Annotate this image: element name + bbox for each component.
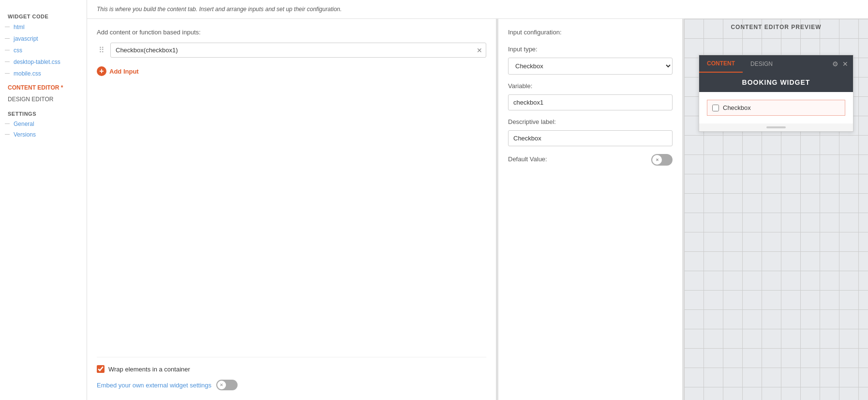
widget-footer: [699, 123, 853, 131]
input-field-wrapper: ✕: [110, 43, 486, 58]
sidebar-item-mobile-css[interactable]: mobile.css: [0, 68, 87, 79]
widget-footer-bar: [766, 126, 786, 128]
widget-code-title: WIDGET CODE: [0, 10, 87, 21]
wrap-container-checkbox[interactable]: [97, 365, 105, 373]
widget-checkbox-row: Checkbox: [707, 100, 845, 116]
bottom-options: Wrap elements in a container Embed your …: [97, 357, 486, 390]
sidebar-item-versions[interactable]: Versions: [0, 129, 87, 140]
widget-checkbox-input[interactable]: [712, 105, 719, 111]
sidebar-item-javascript[interactable]: javascript: [0, 33, 87, 45]
main-body: Add content or function based inputs: ⠿ …: [87, 19, 868, 400]
add-input-label: Add Input: [109, 68, 139, 75]
sidebar-item-html[interactable]: html: [0, 21, 87, 33]
variable-label: Variable:: [508, 82, 673, 90]
descriptive-label-label: Descriptive label:: [508, 118, 673, 125]
main-area: This is where you build the content tab.…: [87, 0, 868, 400]
checkbox-input-field[interactable]: [110, 43, 486, 58]
embed-label: Embed your own external widget settings: [97, 382, 211, 389]
input-config-label: Input configuration:: [508, 29, 673, 36]
wrap-container-label: Wrap elements in a container: [108, 366, 190, 373]
widget-title-bar: BOOKING WIDGET: [699, 73, 853, 92]
widget-tab-content[interactable]: CONTENT: [699, 55, 743, 73]
knob-x-icon: ✕: [656, 158, 659, 162]
variable-input[interactable]: [508, 94, 673, 110]
widget-tab-design[interactable]: DESIGN: [743, 56, 780, 72]
input-type-label: Input type:: [508, 46, 673, 53]
descriptive-label-section: Descriptive label:: [508, 118, 673, 146]
widget-settings-icon[interactable]: ⚙: [832, 60, 838, 68]
sidebar-item-desktop-tablet-css[interactable]: desktop-tablet.css: [0, 56, 87, 68]
default-value-toggle[interactable]: ✕: [651, 154, 673, 166]
variable-section: Variable:: [508, 82, 673, 110]
widget-close-icon[interactable]: ✕: [842, 60, 848, 68]
input-type-section: Input type: Checkbox Text Number Select …: [508, 46, 673, 75]
wrap-container-row: Wrap elements in a container: [97, 365, 486, 373]
add-inputs-label: Add content or function based inputs:: [97, 29, 486, 36]
content-editor-link[interactable]: CONTENT EDITOR *: [0, 79, 87, 93]
right-panel: Input configuration: Input type: Checkbo…: [498, 19, 682, 400]
sidebar: WIDGET CODE html javascript css desktop-…: [0, 0, 87, 400]
input-close-button[interactable]: ✕: [477, 46, 482, 54]
design-editor-link[interactable]: DESIGN EDITOR: [0, 93, 87, 105]
default-value-label: Default Value:: [508, 155, 547, 163]
input-type-select[interactable]: Checkbox Text Number Select Textarea: [508, 58, 673, 75]
preview-title: CONTENT EDITOR PREVIEW: [684, 19, 868, 35]
embed-toggle[interactable]: [216, 380, 238, 390]
widget-checkbox-label: Checkbox: [723, 104, 751, 111]
preview-area: CONTENT EDITOR PREVIEW CONTENT DESIGN ⚙ …: [684, 19, 868, 400]
widget-header-icons: ⚙ ✕: [832, 60, 853, 68]
main-description: This is where you build the content tab.…: [87, 0, 868, 19]
drag-handle-icon[interactable]: ⠿: [97, 46, 106, 55]
widget-header: CONTENT DESIGN ⚙ ✕: [699, 55, 853, 73]
default-value-knob: ✕: [652, 155, 662, 165]
widget-body: Checkbox: [699, 92, 853, 123]
sidebar-item-css[interactable]: css: [0, 45, 87, 56]
left-panel: Add content or function based inputs: ⠿ …: [87, 19, 496, 400]
add-input-button[interactable]: + Add Input: [97, 64, 486, 78]
preview-widget: CONTENT DESIGN ⚙ ✕ BOOKING WIDGET Checkb…: [699, 55, 853, 132]
embed-row: Embed your own external widget settings: [97, 380, 486, 390]
sidebar-item-general[interactable]: General: [0, 119, 87, 129]
add-icon: +: [97, 66, 106, 76]
checkbox-input-row: ⠿ ✕: [97, 43, 486, 58]
embed-toggle-knob: [217, 381, 226, 389]
settings-title: SETTINGS: [0, 105, 87, 119]
descriptive-label-input[interactable]: [508, 130, 673, 146]
default-value-row: Default Value: ✕: [508, 154, 673, 166]
